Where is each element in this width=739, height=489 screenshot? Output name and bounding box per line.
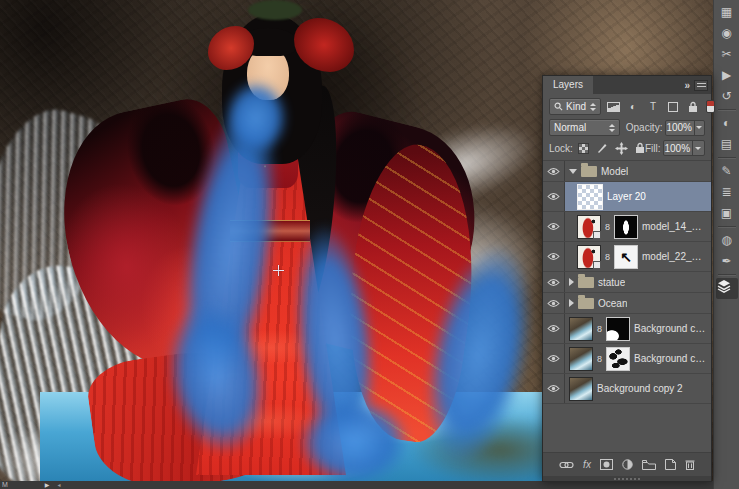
layer-name: Ocean bbox=[598, 298, 627, 309]
visibility-toggle[interactable] bbox=[543, 293, 565, 313]
group-row-model[interactable]: Model bbox=[543, 161, 711, 182]
kind-filter-dropdown[interactable]: Kind bbox=[549, 98, 601, 115]
tab-layers[interactable]: Layers bbox=[543, 76, 593, 94]
opacity-value: 100% bbox=[666, 122, 694, 133]
group-expand-triangle[interactable] bbox=[569, 169, 577, 174]
filter-toggle-switch[interactable] bbox=[706, 100, 715, 113]
layer-name: model_22_by... bbox=[642, 251, 707, 262]
visibility-toggle[interactable] bbox=[543, 344, 565, 373]
new-adjustment-layer-button[interactable] bbox=[622, 458, 633, 472]
filter-adjustment-layers-icon[interactable]: ◐ bbox=[626, 100, 640, 114]
mask-link-icon: 8 bbox=[597, 354, 602, 364]
layer-row-background-copy-2[interactable]: Background copy 2 bbox=[543, 374, 711, 404]
brush-panel-icon[interactable]: ✎ bbox=[716, 161, 738, 182]
layer-thumbnail[interactable] bbox=[569, 377, 593, 401]
layer-thumbnail[interactable] bbox=[577, 245, 601, 269]
leaves-accent bbox=[248, 0, 302, 20]
layer-name: statue bbox=[598, 277, 625, 288]
visibility-toggle[interactable] bbox=[543, 314, 565, 343]
layer-mask-thumbnail[interactable] bbox=[606, 317, 630, 341]
add-layer-mask-button[interactable] bbox=[600, 458, 613, 472]
delete-layer-button[interactable] bbox=[685, 458, 695, 472]
panel-tab-bar: Layers » bbox=[543, 76, 711, 94]
styles-panel-icon[interactable]: ▤ bbox=[716, 134, 738, 155]
filter-shape-layers-icon[interactable] bbox=[666, 100, 680, 114]
layer-thumbnail-transparent[interactable] bbox=[577, 184, 603, 210]
layer-mask-thumbnail[interactable]: ↖ bbox=[614, 245, 638, 269]
layer-row-layer-20[interactable]: Layer 20 bbox=[543, 182, 711, 212]
layer-name: Layer 20 bbox=[607, 191, 646, 202]
dock-separator bbox=[718, 157, 736, 159]
layers-panel: Layers » Kind ◐ T bbox=[542, 75, 712, 482]
paths-panel-icon[interactable]: ✒ bbox=[716, 251, 738, 272]
visibility-toggle[interactable] bbox=[543, 161, 565, 181]
layer-mask-thumbnail[interactable] bbox=[606, 347, 630, 371]
lock-position-icon[interactable] bbox=[615, 142, 628, 155]
layer-name: Background copy 2 bbox=[597, 383, 683, 394]
dock-separator bbox=[718, 274, 736, 276]
layers-panel-controls: Kind ◐ T bbox=[543, 94, 711, 161]
status-arrow-icon[interactable]: ▶ bbox=[45, 481, 50, 489]
filter-type-layers-icon[interactable]: T bbox=[646, 100, 660, 114]
lock-transparency-icon[interactable] bbox=[578, 143, 589, 154]
visibility-toggle[interactable] bbox=[543, 182, 565, 211]
collapse-panel-icon[interactable]: » bbox=[684, 80, 690, 91]
layer-mask-thumbnail[interactable] bbox=[614, 215, 638, 239]
opacity-dropdown[interactable]: 100% bbox=[665, 120, 705, 136]
color-panel-icon[interactable]: ◉ bbox=[716, 23, 738, 44]
fill-dropdown[interactable]: 100% bbox=[663, 140, 705, 156]
eye-icon bbox=[547, 192, 560, 201]
doc-size-text: M bbox=[2, 481, 8, 489]
tool-presets-panel-icon[interactable]: ✂ bbox=[716, 44, 738, 65]
blue-paint-stroke bbox=[298, 398, 410, 481]
layer-thumbnail[interactable] bbox=[577, 215, 601, 239]
layer-row-background-copy-3[interactable]: 8 Background copy 3 bbox=[543, 314, 711, 344]
panel-menu-icon[interactable] bbox=[694, 80, 708, 91]
group-row-ocean[interactable]: Ocean bbox=[543, 293, 711, 314]
brush-presets-panel-icon[interactable]: ≣ bbox=[716, 182, 738, 203]
layer-row-background-copy[interactable]: 8 Background copy bbox=[543, 344, 711, 374]
filter-pixel-layers-icon[interactable] bbox=[606, 100, 620, 114]
visibility-toggle[interactable] bbox=[543, 212, 565, 241]
mask-link-icon: 8 bbox=[605, 252, 610, 262]
visibility-toggle[interactable] bbox=[543, 374, 565, 403]
mask-link-icon: 8 bbox=[597, 324, 602, 334]
lock-all-icon[interactable] bbox=[635, 142, 645, 154]
blue-paint-stroke bbox=[224, 80, 288, 156]
blend-row: Normal Opacity: 100% bbox=[549, 119, 705, 136]
layer-thumbnail[interactable] bbox=[569, 317, 593, 341]
layers-panel-icon[interactable] bbox=[716, 278, 738, 299]
visibility-toggle[interactable] bbox=[543, 242, 565, 271]
layer-name: Model bbox=[601, 166, 628, 177]
swatches-panel-icon[interactable]: ▦ bbox=[716, 2, 738, 23]
lock-image-brush-icon[interactable] bbox=[596, 142, 608, 154]
layer-thumbnail[interactable] bbox=[569, 347, 593, 371]
dock-separator bbox=[718, 226, 736, 228]
history-panel-icon[interactable]: ↺ bbox=[716, 86, 738, 107]
layer-name: Background copy bbox=[634, 353, 707, 364]
3d-panel-icon[interactable]: ◍ bbox=[716, 230, 738, 251]
layer-style-button[interactable]: fx bbox=[583, 458, 591, 472]
filter-smart-object-icon[interactable] bbox=[686, 100, 700, 114]
new-group-button[interactable] bbox=[642, 458, 656, 472]
status-scroll-icon[interactable]: ◄ bbox=[56, 481, 61, 489]
clone-source-panel-icon[interactable]: ▣ bbox=[716, 203, 738, 224]
panel-resize-grip[interactable] bbox=[543, 476, 711, 481]
blend-mode-dropdown[interactable]: Normal bbox=[549, 119, 620, 136]
adjustments-panel-icon[interactable]: ◐ bbox=[716, 113, 738, 134]
layer-row-model-22[interactable]: 8 ↖ model_22_by... bbox=[543, 242, 711, 272]
link-layers-button[interactable] bbox=[559, 458, 574, 472]
new-layer-button[interactable] bbox=[665, 458, 676, 472]
group-expand-triangle[interactable] bbox=[569, 299, 574, 307]
group-expand-triangle[interactable] bbox=[569, 278, 574, 286]
layer-row-model-14[interactable]: 8 model_14__b... bbox=[543, 212, 711, 242]
dropdown-arrows-icon bbox=[605, 124, 615, 132]
layers-list: Model Layer 20 bbox=[543, 161, 711, 452]
folder-icon bbox=[581, 166, 597, 177]
group-row-statue[interactable]: statue bbox=[543, 272, 711, 293]
actions-panel-icon[interactable]: ▶ bbox=[716, 65, 738, 86]
eye-icon bbox=[547, 222, 560, 231]
eye-icon bbox=[547, 299, 560, 308]
visibility-toggle[interactable] bbox=[543, 272, 565, 292]
layer-name: Background copy 3 bbox=[634, 323, 707, 334]
